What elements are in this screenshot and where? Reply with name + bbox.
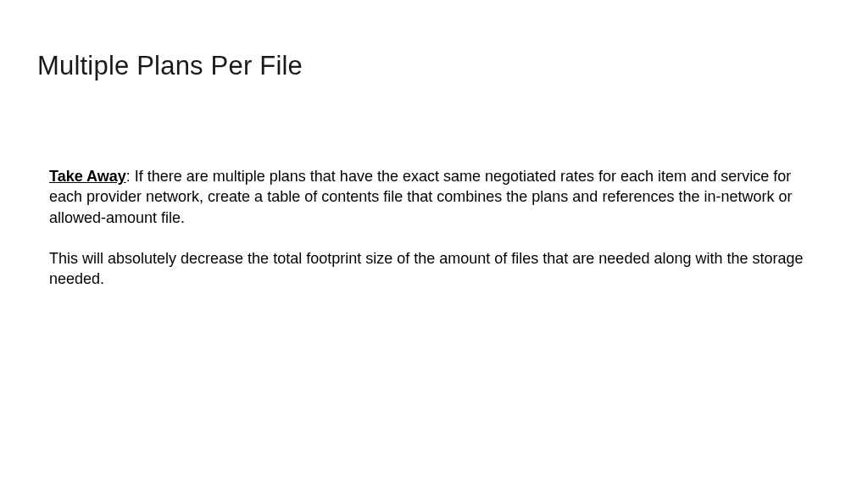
slide-container: Multiple Plans Per File Take Away: If th… [0,0,868,488]
followup-paragraph: This will absolutely decrease the total … [49,248,805,290]
slide-title: Multiple Plans Per File [37,51,831,81]
takeaway-label: Take Away [49,168,126,185]
takeaway-text: : If there are multiple plans that have … [49,168,793,226]
slide-content: Take Away: If there are multiple plans t… [37,166,831,289]
takeaway-paragraph: Take Away: If there are multiple plans t… [49,166,805,228]
